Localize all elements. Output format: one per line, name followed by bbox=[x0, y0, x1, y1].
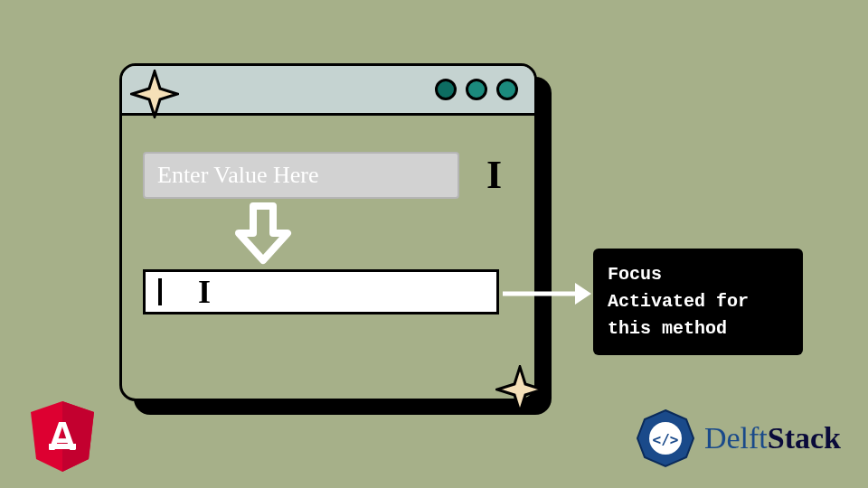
sparkle-icon bbox=[495, 365, 544, 418]
focus-tooltip: Focus Activated for this method bbox=[593, 249, 803, 355]
arrow-right-icon bbox=[503, 281, 593, 310]
text-cursor-icon: I bbox=[198, 276, 211, 308]
input-placeholder-field: Enter Value Here bbox=[143, 152, 459, 199]
text-caret-icon bbox=[158, 278, 162, 305]
sparkle-icon bbox=[130, 70, 179, 122]
app-window bbox=[119, 63, 537, 401]
svg-text:A: A bbox=[48, 414, 77, 458]
input-focused-field[interactable]: I bbox=[143, 269, 499, 314]
window-controls bbox=[435, 79, 518, 100]
delftstack-wordmark: DelftStack bbox=[704, 421, 841, 455]
arrow-down-icon bbox=[231, 202, 295, 271]
logo-text-suffix: Stack bbox=[768, 421, 841, 455]
tooltip-line: Focus bbox=[608, 261, 788, 288]
window-dot-icon[interactable] bbox=[435, 79, 457, 100]
delftstack-logo: </> DelftStack bbox=[634, 407, 841, 470]
text-cursor-icon: I bbox=[486, 152, 502, 198]
logo-text-prefix: Delft bbox=[704, 421, 768, 455]
window-titlebar bbox=[122, 66, 534, 116]
svg-text:</>: </> bbox=[652, 431, 678, 448]
angular-logo-icon: A bbox=[27, 399, 98, 477]
input-placeholder-text: Enter Value Here bbox=[157, 162, 319, 189]
window-dot-icon[interactable] bbox=[466, 79, 487, 100]
window-dot-icon[interactable] bbox=[496, 79, 518, 100]
delftstack-badge-icon: </> bbox=[634, 407, 697, 470]
tooltip-line: Activated for bbox=[608, 288, 788, 315]
tooltip-line: this method bbox=[608, 315, 788, 343]
